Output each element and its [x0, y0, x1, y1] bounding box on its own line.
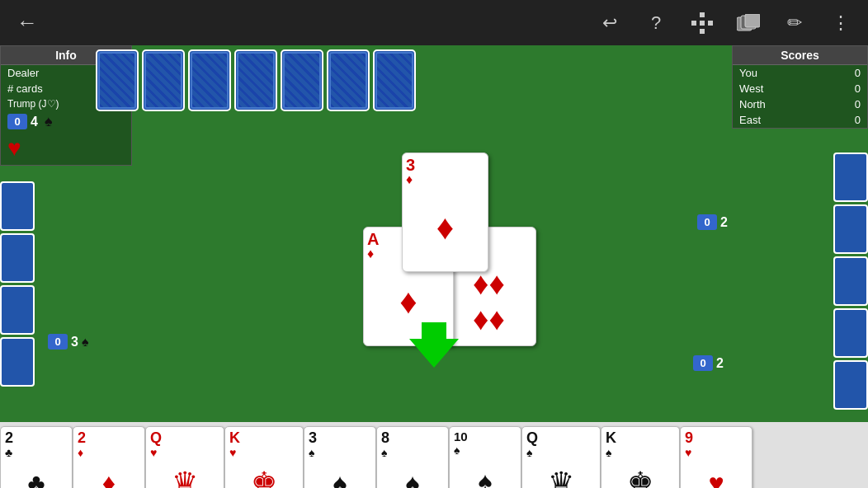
trump-score-num: 4 — [31, 115, 38, 129]
hand-card-ks[interactable]: K ♠ ♚ — [601, 426, 680, 488]
score-north-row: North 0 — [733, 96, 867, 112]
north-card-7 — [373, 49, 416, 111]
north-card-1 — [96, 49, 139, 111]
played-card-3-diamonds: 3 ♦ ♦ — [402, 152, 488, 272]
more-button[interactable]: ⋮ — [826, 8, 856, 38]
svg-rect-3 — [708, 21, 713, 26]
back-button[interactable]: ← — [12, 8, 42, 38]
svg-rect-0 — [700, 12, 705, 17]
score-east-value: 0 — [855, 114, 861, 126]
score-you-value: 0 — [855, 67, 861, 79]
dealer-label: Dealer — [7, 67, 39, 79]
svg-rect-2 — [691, 21, 696, 26]
move-button[interactable] — [687, 8, 717, 38]
score-you-row: You 0 — [733, 65, 867, 81]
hand-card-qs[interactable]: Q ♠ ♛ — [521, 426, 601, 488]
game-area: Info Dealer You # cards 10 Trump (J♡) 0 … — [0, 45, 868, 422]
east-card-3 — [833, 256, 868, 306]
top-bar: ← ↩ ? ✏ ⋮ — [0, 0, 868, 45]
notes-button[interactable]: ✏ — [780, 8, 809, 38]
east-card-1 — [833, 152, 868, 202]
scores-title: Scores — [733, 46, 867, 65]
north-card-3 — [188, 49, 231, 111]
west-card-2 — [0, 233, 35, 283]
trump-label: Trump (J♡) — [7, 98, 59, 110]
west-bid-badge: 0 3 ♠ — [48, 334, 88, 350]
heart-symbol: ♥ — [1, 132, 131, 165]
score-you-label: You — [739, 67, 757, 79]
east-bid-box: 0 — [693, 355, 713, 371]
north-card-2 — [142, 49, 185, 111]
trump-score-box: 0 — [7, 114, 27, 129]
score-east-row: East 0 — [733, 112, 867, 128]
scores-panel: Scores You 0 West 0 North 0 East 0 — [732, 45, 868, 129]
east-bid-num: 2 — [716, 356, 724, 371]
east-bid-num-top: 2 — [720, 215, 728, 230]
score-west-label: West — [739, 82, 763, 95]
north-hand — [96, 49, 416, 111]
svg-marker-8 — [409, 322, 459, 368]
east-card-5 — [833, 360, 868, 410]
north-card-6 — [327, 49, 370, 111]
cards-label: # cards — [7, 82, 43, 95]
svg-rect-7 — [745, 14, 760, 27]
score-west-value: 0 — [855, 82, 861, 95]
turn-arrow — [409, 322, 459, 371]
score-north-label: North — [739, 98, 766, 110]
west-card-1 — [0, 181, 35, 231]
north-card-5 — [281, 49, 323, 111]
cards-button[interactable] — [734, 8, 763, 38]
hand-card-9h[interactable]: 9 ♥ ♥ — [680, 426, 752, 488]
east-bid-box-top: 0 — [697, 214, 717, 230]
west-bid-num: 3 — [71, 335, 78, 350]
hand-card-qh[interactable]: Q ♥ ♛ — [145, 426, 224, 488]
score-west-row: West 0 — [733, 81, 867, 96]
north-card-4 — [234, 49, 277, 111]
west-hand — [0, 181, 35, 387]
west-card-4 — [0, 337, 35, 387]
trump-badge: 0 4 ♠ — [1, 111, 131, 132]
svg-rect-1 — [700, 29, 705, 34]
help-button[interactable]: ? — [641, 8, 671, 38]
hand-card-10s[interactable]: 10 ♠ ♠ — [449, 426, 521, 488]
hand-card-8s[interactable]: 8 ♠ ♠ — [376, 426, 449, 488]
score-north-value: 0 — [855, 98, 861, 110]
hand-card-2c[interactable]: 2 ♣ ♣ — [0, 426, 73, 488]
svg-rect-4 — [700, 21, 705, 26]
west-card-3 — [0, 285, 35, 335]
player-hand: 2 ♣ ♣ 2 ♦ ♦ Q ♥ ♛ K ♥ ♚ 3 ♠ ♠ 8 ♠ ♠ 10 ♠… — [0, 422, 868, 488]
east-card-4 — [833, 308, 868, 358]
score-east-label: East — [739, 114, 761, 126]
east-bid-badge-top: 0 2 — [697, 214, 728, 230]
play-area: 3 ♦ ♦ A ♦ ♦ 4 ♦ ♦♦♦♦ — [314, 152, 578, 350]
hand-card-3s[interactable]: 3 ♠ ♠ — [304, 426, 376, 488]
undo-button[interactable]: ↩ — [595, 8, 625, 38]
east-card-2 — [833, 204, 868, 254]
hand-card-2d[interactable]: 2 ♦ ♦ — [73, 426, 145, 488]
east-bid-badge: 0 2 — [693, 355, 724, 371]
east-hand — [833, 152, 868, 410]
west-bid-box: 0 — [48, 334, 68, 350]
hand-card-kh[interactable]: K ♥ ♚ — [224, 426, 304, 488]
